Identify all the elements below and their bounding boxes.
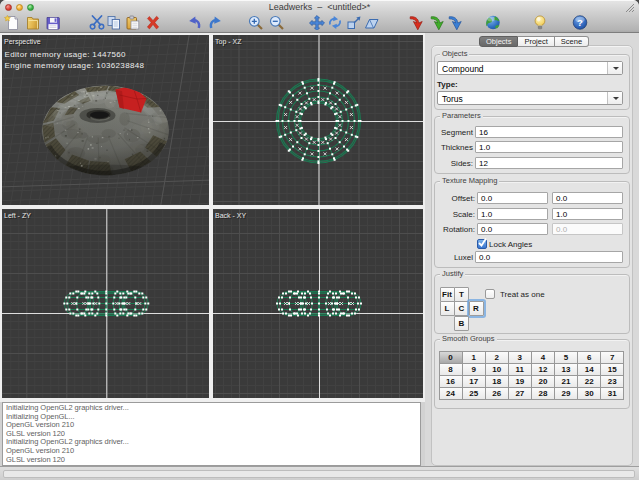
svg-text:Editor memory usage: 1447560: Editor memory usage: 1447560: [5, 50, 127, 59]
svg-text:Engine memory usage: 103623884: Engine memory usage: 1036238848: [5, 61, 145, 70]
